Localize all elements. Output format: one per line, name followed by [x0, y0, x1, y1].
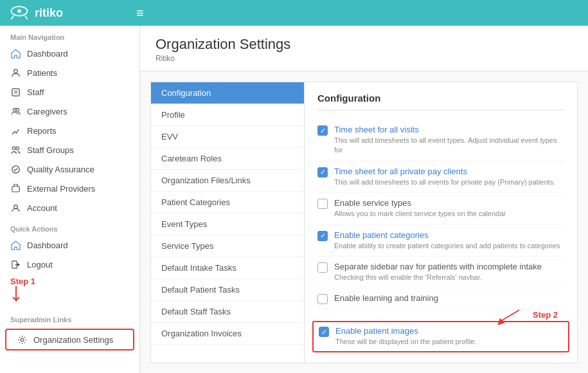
logo-text: ritiko: [35, 6, 63, 20]
sidebar-item-org-settings[interactable]: Organization Settings: [5, 329, 134, 350]
home-icon-2: [10, 240, 21, 250]
tab-default-patient-tasks[interactable]: Default Patient Tasks: [151, 279, 304, 301]
sidebar-label-reports: Reports: [27, 126, 57, 136]
svg-point-17: [21, 338, 24, 341]
sidebar-label-staff: Staff: [27, 87, 44, 97]
setting-patient-images: Enable patient images These will be disp…: [312, 321, 569, 352]
setting-text-separate-sidebar: Separate sidebar nav for patients with i…: [334, 262, 564, 282]
page-title: Organization Settings: [156, 36, 573, 53]
setting-desc-timesheet-private-pay: This will add timesheets to all events f…: [334, 177, 564, 187]
checkbox-timesheet-private-pay[interactable]: [317, 167, 328, 177]
inner-layout: Configuration Profile EVV Careteam Roles…: [140, 71, 588, 373]
checkbox-patient-images[interactable]: [319, 327, 329, 337]
setting-timesheet-private-pay: Time sheet for all private pay clients T…: [317, 161, 564, 193]
tabs-panel: Configuration Profile EVV Careteam Roles…: [150, 82, 305, 363]
setting-text-learning: Enable learning and training: [334, 293, 564, 303]
sidebar-item-dashboard[interactable]: Dashboard: [0, 44, 139, 63]
sidebar-item-account[interactable]: Account: [0, 198, 139, 217]
setting-timesheet-all-visits: Time sheet for all visits This will add …: [317, 120, 564, 161]
settings-panel: Configuration Time sheet for all visits …: [305, 82, 578, 363]
tab-default-intake-tasks[interactable]: Default Intake Tasks: [151, 257, 304, 279]
checkbox-learning[interactable]: [317, 294, 328, 304]
svg-point-8: [13, 108, 16, 111]
page-header: Organization Settings Ritiko: [140, 26, 588, 71]
svg-rect-13: [12, 186, 19, 191]
setting-text-timesheet-private-pay: Time sheet for all private pay clients T…: [334, 167, 564, 187]
step2-annotation-area: Step 2: [317, 310, 564, 320]
checkbox-patient-categories[interactable]: [317, 231, 328, 241]
logout-icon: [10, 259, 21, 269]
sidebar: Main Navigation Dashboard Patients Staff: [0, 26, 140, 373]
page-subtitle: Ritiko: [156, 54, 573, 63]
sidebar-item-quick-dashboard[interactable]: Dashboard: [0, 235, 139, 255]
tab-patient-categories[interactable]: Patient Categories: [151, 192, 304, 214]
sidebar-item-caregivers[interactable]: Caregivers: [0, 102, 139, 121]
step1-label: Step 1: [10, 277, 35, 286]
quick-actions-label: Quick Actions: [0, 217, 139, 235]
sidebar-label-qa: Quality Assurance: [27, 165, 94, 174]
setting-label-patient-categories: Enable patient categories: [334, 230, 564, 240]
patients-icon: [10, 68, 21, 78]
svg-point-12: [12, 165, 19, 172]
main-layout: Main Navigation Dashboard Patients Staff: [0, 26, 588, 373]
sidebar-label-quick-dashboard: Dashboard: [27, 241, 68, 250]
tab-careteam-roles[interactable]: Careteam Roles: [151, 148, 304, 170]
gear-icon: [17, 334, 27, 345]
sidebar-label-staff-groups: Staff Groups: [27, 145, 74, 155]
svg-point-14: [13, 205, 17, 208]
setting-label-timesheet-all-visits: Time sheet for all visits: [334, 125, 564, 134]
checkbox-service-types[interactable]: [317, 199, 328, 209]
checkbox-separate-sidebar[interactable]: [317, 262, 328, 273]
tab-event-types[interactable]: Event Types: [151, 214, 304, 235]
sidebar-label-account: Account: [27, 203, 57, 213]
setting-learning: Enable learning and training: [317, 288, 564, 310]
setting-label-separate-sidebar: Separate sidebar nav for patients with i…: [334, 262, 564, 271]
tab-org-invoices[interactable]: Organization Invoices: [151, 323, 304, 345]
setting-text-timesheet-all-visits: Time sheet for all visits This will add …: [334, 125, 564, 156]
setting-text-service-types: Enable service types Allows you to mark …: [334, 198, 564, 219]
setting-text-patient-categories: Enable patient categories Enable ability…: [334, 230, 564, 251]
setting-desc-timesheet-all-visits: This will add timesheets to all event ty…: [334, 136, 564, 156]
tab-default-staff-tasks[interactable]: Default Staff Tasks: [151, 301, 304, 323]
svg-point-9: [15, 108, 19, 111]
sidebar-item-reports[interactable]: Reports: [0, 121, 139, 140]
groups-icon: [10, 145, 21, 155]
tab-evv[interactable]: EVV: [151, 126, 304, 148]
svg-line-1: [11, 16, 13, 19]
sidebar-item-external-providers[interactable]: External Providers: [0, 179, 139, 198]
sidebar-item-staff[interactable]: Staff: [0, 82, 139, 102]
setting-desc-service-types: Allows you to mark client service types …: [334, 209, 564, 219]
tab-profile[interactable]: Profile: [151, 104, 304, 126]
tab-org-files[interactable]: Organization Files/Links: [151, 170, 304, 192]
setting-desc-separate-sidebar: Checking this will enable the 'Referrals…: [334, 273, 564, 282]
tab-configuration[interactable]: Configuration: [151, 82, 304, 104]
sidebar-item-qa[interactable]: Quality Assurance: [0, 159, 139, 179]
sidebar-item-patients[interactable]: Patients: [0, 63, 139, 82]
tab-service-types[interactable]: Service Types: [151, 235, 304, 257]
caregivers-icon: [10, 106, 21, 116]
setting-text-patient-images: Enable patient images These will be disp…: [335, 326, 563, 347]
menu-icon[interactable]: ≡: [136, 6, 144, 21]
setting-label-learning: Enable learning and training: [334, 293, 564, 303]
svg-point-11: [15, 147, 19, 150]
setting-patient-categories: Enable patient categories Enable ability…: [317, 225, 564, 257]
settings-title: Configuration: [317, 93, 564, 111]
providers-icon: [10, 183, 21, 194]
setting-service-types: Enable service types Allows you to mark …: [317, 193, 564, 224]
setting-label-patient-images: Enable patient images: [335, 326, 563, 336]
checkbox-timesheet-all-visits[interactable]: [317, 125, 328, 136]
home-icon: [10, 48, 21, 59]
main-nav-label: Main Navigation: [0, 26, 139, 44]
superadmin-label: Superadmin Links: [0, 308, 139, 326]
setting-label-timesheet-private-pay: Time sheet for all private pay clients: [334, 167, 564, 176]
step1-annotation: Step 1: [0, 274, 139, 308]
svg-point-3: [17, 10, 21, 13]
sidebar-label-patients: Patients: [27, 68, 57, 78]
sidebar-item-logout[interactable]: Logout: [0, 255, 139, 274]
staff-icon: [10, 87, 21, 97]
sidebar-item-staff-groups[interactable]: Staff Groups: [0, 140, 139, 159]
qa-icon: [10, 164, 21, 174]
setting-desc-patient-images: These will be displayed on the patient p…: [335, 337, 563, 347]
sidebar-label-caregivers: Caregivers: [27, 107, 67, 116]
sidebar-label-dashboard: Dashboard: [27, 49, 68, 59]
